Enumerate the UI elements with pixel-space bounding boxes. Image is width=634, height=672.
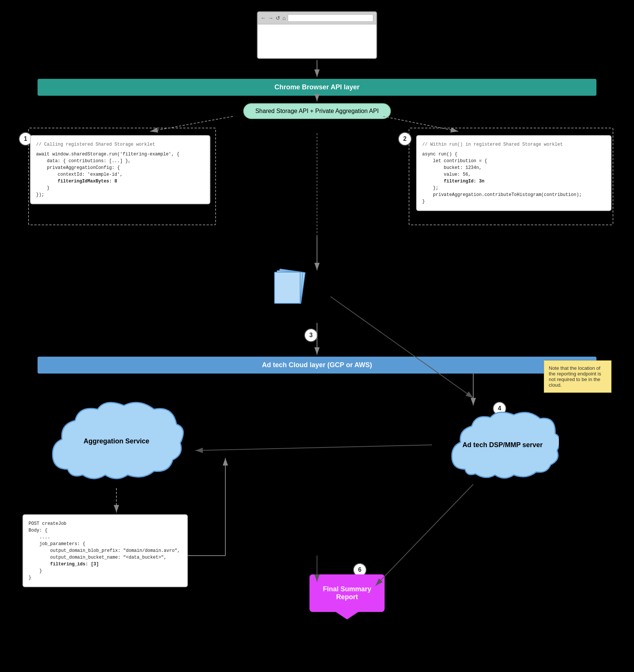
- code-box-1: // Calling registered Shared Storage wor…: [30, 135, 210, 204]
- browser-content: [258, 24, 376, 58]
- browser-toolbar: ← → ↺ ⌂: [258, 12, 376, 24]
- code-box-2-comment: // Within run() in registered Shared Sto…: [422, 141, 605, 148]
- code-box-1-comment: // Calling registered Shared Storage wor…: [36, 141, 204, 148]
- back-icon: ←: [261, 15, 266, 21]
- shared-storage-pill: Shared Storage API + Private Aggregation…: [243, 103, 391, 119]
- svg-line-10: [195, 445, 432, 451]
- url-bar[interactable]: [288, 14, 373, 22]
- diagram-container: ← → ↺ ⌂ Chrome Browser API layer Shared …: [0, 0, 634, 672]
- post-code-box: POST createJob Body: { .... job_paramete…: [23, 514, 188, 587]
- forward-icon: →: [268, 15, 273, 21]
- browser-window: ← → ↺ ⌂: [257, 11, 377, 59]
- code-box-2-code: async run() { let contribution = { bucke…: [422, 151, 605, 205]
- doc-page-front: [274, 272, 300, 304]
- aggregation-service-cloud: Aggregation Service: [45, 394, 188, 488]
- doc-stack: [273, 270, 303, 304]
- svg-line-8: [331, 297, 473, 398]
- reload-icon: ↺: [276, 15, 280, 21]
- svg-line-15: [376, 484, 473, 586]
- code-box-1-code: await window.sharedStorage.run('filterin…: [36, 151, 204, 198]
- encrypted-reports: EncryptedReports: [273, 270, 303, 320]
- final-summary-report: Final Summary Report: [309, 574, 385, 612]
- code-box-2: // Within run() in registered Shared Sto…: [416, 135, 611, 211]
- post-code-content: POST createJob Body: { .... job_paramete…: [29, 520, 182, 581]
- ribbon-shape: Final Summary Report: [309, 574, 385, 612]
- chrome-browser-api-bar: Chrome Browser API layer: [38, 79, 596, 96]
- adtech-cloud-bar: Ad tech Cloud layer (GCP or AWS): [38, 357, 596, 374]
- sticky-note: Note that the location of the reporting …: [544, 360, 611, 393]
- adtech-server-cloud: Ad tech DSP/MMP server: [446, 405, 559, 484]
- home-icon: ⌂: [282, 15, 285, 21]
- encrypted-reports-label: EncryptedReports: [275, 307, 302, 320]
- step-2-circle: 2: [398, 132, 412, 146]
- step-3-circle: 3: [304, 328, 318, 342]
